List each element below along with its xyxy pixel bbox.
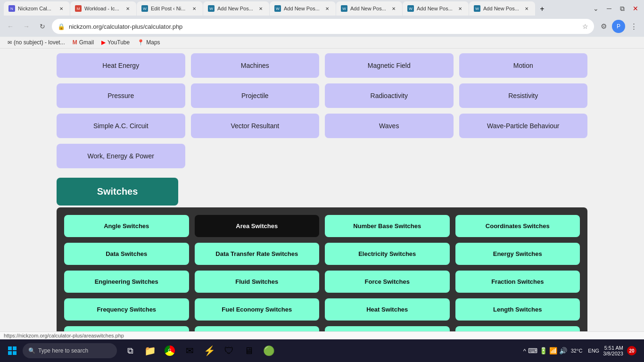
file-explorer-button[interactable]: 📁	[140, 341, 159, 360]
tab-8-close[interactable]: ✕	[523, 5, 530, 12]
tab-5-close[interactable]: ✕	[323, 5, 331, 12]
extensions-button[interactable]: ⚙	[597, 20, 610, 33]
shield-button[interactable]: 🛡	[220, 341, 239, 360]
status-url: https://nickzom.org/calculator-plus/area…	[4, 333, 124, 338]
magnetic-field-button[interactable]: Magnetic Field	[325, 53, 454, 78]
network-icon[interactable]: 📶	[549, 347, 557, 354]
bookmark-star-icon[interactable]: ☆	[582, 23, 588, 30]
new-tab-button[interactable]: +	[536, 2, 549, 16]
temperature-display: 32°C	[571, 348, 583, 354]
svg-rect-2	[8, 351, 12, 355]
tab-7-close[interactable]: ✕	[456, 5, 464, 12]
reload-button[interactable]: ↻	[36, 20, 49, 33]
tab-4-favicon: W	[208, 5, 215, 12]
forward-button[interactable]: →	[20, 20, 33, 33]
vector-resultant-button[interactable]: Vector Resultant	[191, 114, 320, 138]
notification-badge[interactable]: 20	[627, 346, 636, 355]
projectile-button[interactable]: Projectile	[191, 83, 320, 108]
more-button[interactable]: ⋮	[627, 20, 640, 33]
taskbar-clock[interactable]: 5:51 AM 3/8/2023	[603, 345, 623, 356]
machines-button[interactable]: Machines	[191, 53, 320, 78]
electricity-switches-button[interactable]: Electricity Switches	[325, 243, 450, 265]
force-switches-button[interactable]: Force Switches	[325, 271, 450, 293]
browser-frame: N Nickzom Cal... ✕ M Workload - Ic... ✕ …	[0, 0, 644, 49]
coordinates-switches-button[interactable]: Coordinates Switches	[455, 215, 580, 237]
tab-6-close[interactable]: ✕	[390, 5, 397, 12]
restore-button[interactable]: ⧉	[618, 4, 627, 13]
pressure-button[interactable]: Pressure	[57, 83, 185, 108]
start-button[interactable]	[4, 342, 21, 359]
profile-button[interactable]: P	[612, 20, 625, 33]
remote-button[interactable]: 🖥	[239, 341, 258, 360]
wave-particle-button[interactable]: Wave-Particle Behaviour	[459, 114, 588, 138]
tab-1[interactable]: N Nickzom Cal... ✕	[4, 1, 70, 16]
fraction-switches-button[interactable]: Fraction Switches	[455, 271, 580, 293]
data-switches-button[interactable]: Data Switches	[64, 243, 189, 265]
angle-switches-button[interactable]: Angle Switches	[64, 215, 189, 237]
task-view-button[interactable]: ⧉	[121, 341, 140, 360]
vscode-button[interactable]: ⚡	[200, 341, 219, 360]
maps-icon: 📍	[137, 39, 144, 46]
bookmark-maps-label: Maps	[146, 39, 160, 46]
radioactivity-button[interactable]: Radioactivity	[325, 83, 454, 108]
resistivity-button[interactable]: Resistivity	[459, 83, 588, 108]
tab-6-label: Add New Pos...	[350, 6, 387, 11]
keyboard-icon[interactable]: ⌨	[528, 347, 537, 354]
battery-icon[interactable]: 🔋	[539, 347, 547, 354]
taskbar-search-label: Type here to search	[38, 347, 88, 354]
up-arrow-icon[interactable]: ^	[523, 347, 526, 354]
tab-1-close[interactable]: ✕	[58, 5, 65, 12]
taskbar-search[interactable]: 🔍 Type here to search	[23, 343, 117, 358]
tab-4-close[interactable]: ✕	[257, 5, 264, 12]
search-icon: 🔍	[28, 347, 35, 354]
heat-switches-button[interactable]: Heat Switches	[325, 298, 450, 321]
area-switches-button[interactable]: Area Switches	[195, 215, 320, 237]
tab-5-label: Add New Pos...	[284, 6, 321, 11]
tab-8[interactable]: W Add New Pos... ✕	[469, 1, 535, 16]
energy-switches-button[interactable]: Energy Switches	[455, 243, 580, 265]
tab-7-favicon: W	[407, 5, 414, 12]
fuel-economy-switches-button[interactable]: Fuel Economy Switches	[195, 298, 320, 321]
tab-7[interactable]: W Add New Pos... ✕	[403, 1, 469, 16]
bookmark-gmail[interactable]: M Gmail	[70, 38, 97, 47]
heat-energy-button[interactable]: Heat Energy	[57, 53, 185, 78]
close-button[interactable]: ✕	[631, 4, 640, 13]
tab-3[interactable]: W Edit Post ‹ Ni... ✕	[137, 1, 203, 16]
minimize-button[interactable]: ─	[604, 4, 614, 13]
app7-button[interactable]: 🟢	[259, 341, 278, 360]
tab-6-favicon: W	[341, 5, 347, 12]
tab-5[interactable]: W Add New Pos... ✕	[270, 1, 336, 16]
bookmark-gmail-subject[interactable]: ✉ (no subject) - lovet...	[5, 38, 68, 47]
tab-2[interactable]: M Workload - Ic... ✕	[70, 1, 136, 16]
gmail-icon: M	[73, 39, 77, 46]
address-box[interactable]: 🔒 nickzom.org/calculator-plus/calculator…	[52, 19, 594, 34]
tab-overflow-button[interactable]: ⌄	[591, 4, 601, 13]
length-switches-button[interactable]: Length Switches	[455, 298, 580, 321]
taskbar-right: ^ ⌨ 🔋 📶 🔊 32°C ENG 5:51 AM 3/8/2023 20	[523, 345, 640, 356]
taskbar-pinned-icons: ⧉ 📁 G ✉ ⚡ 🛡 🖥 🟢	[121, 341, 278, 360]
bookmark-maps[interactable]: 📍 Maps	[134, 38, 163, 47]
work-energy-power-button[interactable]: Work, Energy & Power	[57, 144, 185, 168]
back-button[interactable]: ←	[4, 20, 17, 33]
tab-2-close[interactable]: ✕	[124, 5, 132, 12]
browser-toolbar-right: ⚙ P ⋮	[597, 20, 640, 33]
simple-ac-circuit-button[interactable]: Simple A.C. Circuit	[57, 114, 185, 138]
tab-3-label: Edit Post ‹ Ni...	[151, 6, 188, 11]
data-transfer-rate-switches-button[interactable]: Data Transfer Rate Switches	[195, 243, 320, 265]
mail-button[interactable]: ✉	[180, 341, 199, 360]
frequency-switches-button[interactable]: Frequency Switches	[64, 298, 189, 321]
volume-icon[interactable]: 🔊	[559, 347, 567, 354]
chrome-button[interactable]: G	[160, 341, 179, 360]
tab-6[interactable]: W Add New Pos... ✕	[336, 1, 402, 16]
waves-button[interactable]: Waves	[325, 114, 454, 138]
tab-4-label: Add New Pos...	[217, 6, 254, 11]
number-base-switches-button[interactable]: Number Base Switches	[325, 215, 450, 237]
engineering-switches-button[interactable]: Engineering Switches	[64, 271, 189, 293]
tab-4[interactable]: W Add New Pos... ✕	[203, 1, 269, 16]
bookmark-youtube[interactable]: ▶ YouTube	[99, 38, 132, 47]
taskbar-clock-area: 32°C ENG	[571, 348, 599, 354]
motion-button[interactable]: Motion	[459, 53, 588, 78]
fluid-switches-button[interactable]: Fluid Switches	[195, 271, 320, 293]
address-icons: ☆	[582, 23, 588, 30]
tab-3-close[interactable]: ✕	[190, 5, 198, 12]
